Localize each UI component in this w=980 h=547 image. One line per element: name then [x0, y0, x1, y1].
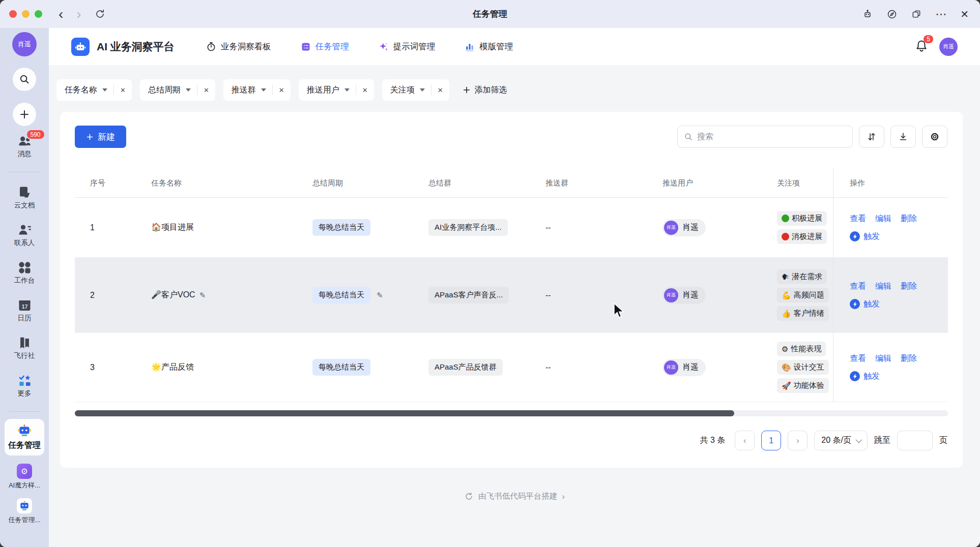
chevron-down-icon	[856, 437, 862, 443]
more-apps-icon	[18, 374, 32, 387]
export-button[interactable]	[890, 126, 916, 148]
filter-chip-focus[interactable]: 关注项 ✕	[382, 79, 449, 101]
trigger-button[interactable]: 触发	[850, 231, 948, 242]
task-app-icon-small	[17, 498, 32, 513]
remove-filter-icon[interactable]: ✕	[362, 86, 368, 94]
delete-link[interactable]: 删除	[901, 281, 917, 292]
trigger-button[interactable]: 触发	[850, 371, 948, 382]
sidebar-item-calendar[interactable]: 17 日历	[18, 298, 32, 323]
sidebar-item-task-management[interactable]: 任务管理	[5, 419, 44, 455]
group-pill: APaaS产品反馈群	[428, 359, 503, 376]
sidebar-avatar[interactable]: 肖遥	[12, 32, 37, 56]
minimize-window-button[interactable]	[22, 10, 30, 18]
add-filter-button[interactable]: 添加筛选	[463, 85, 507, 96]
push-user-chip: 肖遥 肖遥	[662, 359, 706, 376]
mini-app-icon[interactable]	[862, 9, 873, 20]
filter-chip-push-user[interactable]: 推送用户 ✕	[299, 79, 374, 101]
col-header-group: 总结群	[413, 178, 530, 188]
task-table-card: 新建	[60, 112, 963, 468]
focus-tag: 消极进展	[777, 229, 827, 244]
edit-pencil-icon[interactable]: ✎	[377, 291, 383, 300]
browser-nav-buttons: ‹ ›	[59, 7, 106, 21]
prev-page-button[interactable]: ‹	[735, 431, 755, 450]
main-nav: 业务洞察看板 任务管理 提示词管理 模版管理	[206, 41, 513, 52]
remove-filter-icon[interactable]: ✕	[204, 86, 209, 94]
reload-icon[interactable]	[95, 9, 106, 20]
sidebar-item-task-management-2[interactable]: 任务管理...	[9, 498, 41, 525]
more-icon[interactable]: ⋯	[935, 8, 947, 21]
sidebar-item-more[interactable]: 更多	[18, 374, 32, 398]
sidebar-item-workbench[interactable]: 工作台	[14, 261, 35, 285]
edit-pencil-icon[interactable]: ✎	[199, 291, 206, 300]
filter-chip-push-group[interactable]: 推送群 ✕	[223, 79, 291, 101]
sidebar-divider	[9, 172, 40, 172]
filter-chip-task-name[interactable]: 任务名称 ✕	[56, 79, 132, 101]
page-number-button[interactable]: 1	[761, 431, 781, 450]
edit-link[interactable]: 编辑	[875, 353, 891, 364]
ai-cube-icon	[17, 464, 32, 479]
group-pill: APaaS客户声音反...	[428, 287, 509, 303]
sidebar-item-contacts[interactable]: 联系人	[14, 223, 35, 248]
low-code-logo-icon	[464, 492, 474, 501]
remove-filter-icon[interactable]: ✕	[279, 86, 284, 94]
delete-link[interactable]: 删除	[901, 214, 917, 224]
zoom-window-button[interactable]	[35, 10, 42, 18]
view-link[interactable]: 查看	[850, 281, 866, 292]
view-link[interactable]: 查看	[850, 214, 866, 224]
sort-button[interactable]	[859, 126, 884, 148]
table-row[interactable]: 1 🏠项目进展 每晚总结当天 AI业务洞察平台项... -- 肖遥 肖遥	[75, 198, 948, 258]
chevron-down-icon	[420, 88, 425, 92]
close-window-button[interactable]	[9, 10, 17, 18]
table-row[interactable]: 3 🌟产品反馈 每晚总结当天 APaaS产品反馈群 -- 肖遥 肖遥	[75, 333, 948, 402]
search-input[interactable]	[697, 132, 846, 141]
jump-page-input[interactable]	[897, 431, 933, 450]
nav-template-management[interactable]: 模版管理	[465, 41, 513, 52]
sidebar-item-messages[interactable]: 590 消息	[18, 134, 32, 159]
task-list-icon	[301, 42, 311, 52]
table-row[interactable]: 2 🎤客户VOC ✎ 每晚总结当天 ✎ APa	[75, 258, 948, 333]
next-page-button[interactable]: ›	[788, 431, 808, 450]
focus-tag: 🎨设计交互	[777, 360, 829, 375]
edit-link[interactable]: 编辑	[875, 281, 891, 292]
sidebar-create-button[interactable]	[13, 103, 36, 126]
sidebar-item-community[interactable]: 飞行社	[14, 336, 35, 360]
filter-chip-cycle[interactable]: 总结周期 ✕	[140, 79, 215, 101]
avatar: 肖遥	[664, 221, 678, 235]
horizontal-scrollbar	[75, 410, 948, 416]
chevron-right-icon: ›	[796, 436, 799, 446]
table-settings-button[interactable]	[922, 126, 947, 148]
remove-filter-icon[interactable]: ✕	[438, 86, 443, 94]
user-avatar[interactable]: 肖遥	[939, 38, 958, 56]
delete-link[interactable]: 删除	[901, 353, 917, 364]
nav-dashboard[interactable]: 业务洞察看板	[206, 41, 271, 52]
page-content: 任务名称 ✕ 总结周期 ✕ 推送群 ✕ 推送用户 ✕	[49, 65, 980, 547]
edit-link[interactable]: 编辑	[875, 214, 891, 224]
filter-bar: 任务名称 ✕ 总结周期 ✕ 推送群 ✕ 推送用户 ✕	[49, 65, 980, 101]
view-link[interactable]: 查看	[850, 353, 866, 364]
bar-chart-icon	[465, 42, 475, 52]
push-user-chip: 肖遥 肖遥	[662, 219, 706, 236]
new-task-button[interactable]: 新建	[75, 126, 126, 148]
nav-task-management[interactable]: 任务管理	[301, 41, 349, 52]
scrollbar-thumb[interactable]	[75, 410, 734, 416]
focus-tag: 🚀功能体验	[777, 378, 829, 393]
sidebar-item-docs[interactable]: 云文档	[14, 186, 35, 210]
remove-filter-icon[interactable]: ✕	[120, 86, 126, 94]
table-toolbar: 新建	[60, 126, 963, 148]
close-icon[interactable]: ✕	[960, 8, 969, 20]
platform-footer[interactable]: 由飞书低代码平台搭建 ›	[49, 491, 980, 502]
trigger-button[interactable]: 触发	[850, 299, 948, 310]
explore-compass-icon[interactable]	[886, 9, 898, 20]
notifications-button[interactable]: 5	[915, 39, 928, 54]
forward-icon[interactable]: ›	[76, 7, 81, 21]
window-tabs-icon[interactable]	[911, 9, 922, 20]
gear-icon	[930, 132, 940, 142]
pagination: 共 3 条 ‹ 1 › 20 条/页 跳至 页	[60, 416, 963, 450]
sidebar-item-ai-cube[interactable]: AI魔方样...	[9, 464, 40, 490]
nav-prompt-management[interactable]: 提示词管理	[379, 41, 436, 52]
back-icon[interactable]: ‹	[59, 7, 63, 21]
page-size-select[interactable]: 20 条/页	[814, 431, 868, 450]
window-title: 任务管理	[473, 8, 507, 20]
cycle-pill: 每晚总结当天	[312, 219, 370, 236]
sidebar-search-button[interactable]	[13, 68, 36, 91]
